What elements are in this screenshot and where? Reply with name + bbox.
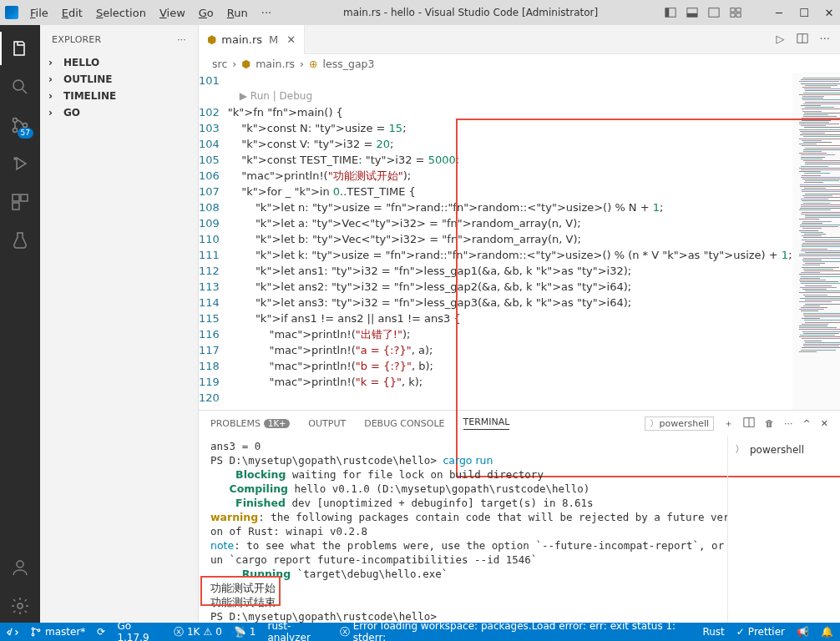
svg-rect-1 <box>665 8 669 18</box>
svg-rect-3 <box>687 13 697 17</box>
terminal-add-icon[interactable]: ＋ <box>724 417 733 430</box>
status-ports[interactable]: 📡 1 <box>234 626 256 638</box>
status-prettier[interactable]: ✓ Prettier <box>736 626 785 638</box>
terminal-shell-label[interactable]: 〉powershell <box>645 416 714 431</box>
terminal-list: 〉powershell <box>727 436 840 623</box>
svg-rect-14 <box>13 194 19 201</box>
activity-extensions-icon[interactable] <box>0 185 40 219</box>
window-title: main.rs - hello - Visual Studio Code [Ad… <box>280 7 661 18</box>
status-error-msg[interactable]: ⓧ Error loading workspace: packages.Load… <box>340 620 680 641</box>
bottom-panel: PROBLEMS 1K+ OUTPUT DEBUG CONSOLE TERMIN… <box>199 410 840 623</box>
tab-modified-indicator: M <box>269 33 278 46</box>
svg-point-17 <box>17 561 23 568</box>
activity-bar: 57 <box>0 25 40 623</box>
menu-more[interactable]: ··· <box>256 5 276 21</box>
editor-area: ⬢ main.rs M ✕ ▷ ··· src› ⬢main.rs› ⊕less… <box>199 25 840 623</box>
activity-explorer-icon[interactable] <box>0 32 40 65</box>
svg-rect-15 <box>21 194 28 201</box>
panel-tab-problems[interactable]: PROBLEMS 1K+ <box>210 418 290 429</box>
panel-maximize-icon[interactable]: ^ <box>803 418 811 429</box>
line-gutter: 101 102103104105106107108109110111112113… <box>199 73 228 410</box>
editor-split-icon[interactable] <box>797 33 808 47</box>
status-remote-icon[interactable] <box>7 626 18 638</box>
svg-rect-8 <box>736 13 741 17</box>
vscode-icon <box>5 6 18 19</box>
panel-close-icon[interactable]: ✕ <box>821 418 828 429</box>
menu-selection[interactable]: Selection <box>91 5 151 21</box>
sidebar-section-hello[interactable]: ›HELLO <box>40 54 198 71</box>
activity-debug-icon[interactable] <box>0 147 40 180</box>
menu-view[interactable]: View <box>154 5 190 21</box>
layout-sidebar-left-icon[interactable] <box>665 7 676 18</box>
titlebar: FFileile Edit Selection View Go Run ··· … <box>0 0 840 25</box>
window-close-icon[interactable]: ✕ <box>823 7 835 18</box>
rust-file-icon: ⬢ <box>207 33 216 46</box>
svg-point-12 <box>23 124 28 128</box>
scm-badge: 57 <box>18 128 33 139</box>
svg-point-10 <box>13 119 18 123</box>
layout-sidebar-right-icon[interactable] <box>708 7 720 18</box>
terminal-more-icon[interactable]: ··· <box>784 418 793 429</box>
menu-go[interactable]: Go <box>194 5 219 21</box>
layout-customize-icon[interactable] <box>730 7 741 18</box>
breadcrumb[interactable]: src› ⬢main.rs› ⊕less_gap3 <box>199 54 840 73</box>
status-errors[interactable]: ⓧ 1K ⚠ 0 <box>174 625 222 639</box>
menu-run[interactable]: Run <box>222 5 253 21</box>
minimap[interactable] <box>792 73 840 410</box>
tab-close-icon[interactable]: ✕ <box>286 33 296 46</box>
window-minimize-icon[interactable]: ─ <box>773 7 785 18</box>
activity-search-icon[interactable] <box>0 70 40 103</box>
status-bar: master* ⟳ Go 1.17.9 ⓧ 1K ⚠ 0 📡 1 rust-an… <box>0 623 840 641</box>
sidebar-section-go[interactable]: ›GO <box>40 104 198 121</box>
layout-panel-icon[interactable] <box>686 7 698 18</box>
explorer-more-icon[interactable]: ··· <box>177 34 186 45</box>
svg-point-9 <box>13 80 23 90</box>
tab-main-rs[interactable]: ⬢ main.rs M ✕ <box>199 25 305 54</box>
status-bell-icon[interactable]: 🔔 <box>821 626 833 638</box>
status-branch[interactable]: master* <box>30 626 85 638</box>
terminal-kill-icon[interactable]: 🗑 <box>765 418 774 429</box>
status-go[interactable]: Go 1.17.9 <box>117 620 162 641</box>
svg-rect-4 <box>709 8 719 18</box>
explorer-title: EXPLORER <box>52 34 177 45</box>
terminal-list-item[interactable]: 〉powershell <box>733 441 835 458</box>
svg-rect-6 <box>736 8 741 12</box>
svg-point-11 <box>13 129 18 133</box>
sidebar-section-outline[interactable]: ›OUTLINE <box>40 71 198 88</box>
editor-more-icon[interactable]: ··· <box>820 33 830 47</box>
panel-tab-debug[interactable]: DEBUG CONSOLE <box>364 418 444 429</box>
activity-settings-icon[interactable] <box>0 589 40 623</box>
activity-scm-icon[interactable]: 57 <box>0 109 40 142</box>
status-analyzer[interactable]: rust-analyzer <box>267 620 327 641</box>
annotation-box-2 <box>200 576 281 606</box>
tab-label: main.rs <box>221 33 262 46</box>
editor-run-icon[interactable]: ▷ <box>777 33 785 47</box>
svg-point-18 <box>18 603 23 608</box>
svg-point-24 <box>32 633 34 636</box>
terminal-split-icon[interactable] <box>743 416 755 431</box>
window-maximize-icon[interactable]: ☐ <box>798 7 810 18</box>
svg-rect-5 <box>731 8 735 12</box>
sidebar-section-timeline[interactable]: ›TIMELINE <box>40 88 198 104</box>
menu-file[interactable]: FFileile <box>25 5 53 21</box>
panel-tab-output[interactable]: OUTPUT <box>308 418 346 429</box>
menu-edit[interactable]: Edit <box>57 5 88 21</box>
svg-rect-7 <box>731 13 735 17</box>
activity-account-icon[interactable] <box>0 551 40 584</box>
code-editor[interactable]: ▶ Run | Debug"k">fn "fn">main() { "k">co… <box>228 73 792 410</box>
svg-point-13 <box>14 158 16 159</box>
status-sync-icon[interactable]: ⟳ <box>97 626 105 638</box>
explorer-sidebar: EXPLORER··· ›HELLO ›OUTLINE ›TIMELINE ›G… <box>40 25 199 623</box>
editor-tabs: ⬢ main.rs M ✕ ▷ ··· <box>199 25 840 54</box>
panel-tab-terminal[interactable]: TERMINAL <box>463 416 510 430</box>
svg-rect-16 <box>13 203 19 209</box>
status-lang[interactable]: Rust <box>702 626 724 638</box>
activity-test-icon[interactable] <box>0 224 40 257</box>
status-feedback-icon[interactable]: 📢 <box>797 626 809 638</box>
